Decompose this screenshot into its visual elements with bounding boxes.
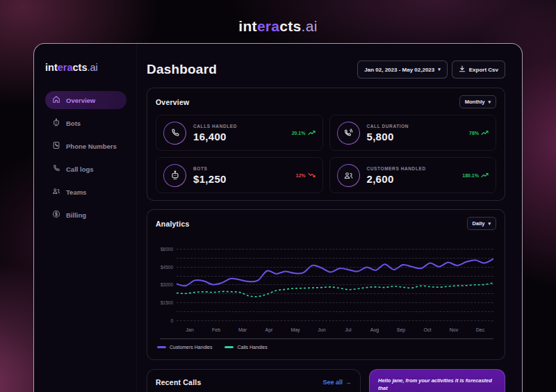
legend-label: Calls Handles <box>237 345 267 350</box>
export-csv-label: Export Csv <box>469 67 498 73</box>
analytics-period-label: Daily <box>473 220 485 227</box>
bottom-row: Recent Calls See all → Hello jane, from … <box>147 369 505 392</box>
phone-wave-icon <box>337 122 360 145</box>
analytics-card: Analytics Daily ▾ $6000$4500$3000$15000 … <box>147 209 505 360</box>
brand-part: .ai <box>302 18 318 34</box>
stat-label: CALL DURATION <box>367 124 409 129</box>
sidebar-item-overview[interactable]: Overview <box>45 91 126 109</box>
dollar-icon <box>52 210 60 220</box>
stat-delta: 78% <box>469 130 489 136</box>
sidebar-item-label: Overview <box>66 97 95 104</box>
bot-icon <box>163 164 186 187</box>
recent-calls-title: Recent Calls <box>156 378 201 386</box>
export-csv-button[interactable]: Export Csv <box>452 60 505 79</box>
legend-swatch <box>157 346 166 348</box>
chart-line-calls <box>177 283 493 297</box>
stat-change: 180.1% <box>462 173 479 178</box>
x-tick-label: Sep <box>388 327 414 332</box>
sidebar-item-teams[interactable]: Teams <box>45 183 126 201</box>
people-icon <box>337 164 360 187</box>
see-all-link[interactable]: See all → <box>322 379 352 386</box>
stat-label: CUSTOMERS HANDLED <box>367 166 426 171</box>
brand-part: cts <box>73 62 88 73</box>
main-header: Dashboard Jan 02, 2023 - May 02,2023 ▾ E… <box>147 60 505 79</box>
legend-item: Customers Handles <box>157 345 212 350</box>
x-tick-label: Jul <box>335 327 361 332</box>
stat-delta: 180.1% <box>462 172 489 179</box>
chart-svg <box>177 241 493 325</box>
stat-value: 16,400 <box>193 131 237 142</box>
stat-call-duration: CALL DURATION 5,800 78% <box>329 115 497 151</box>
x-tick-label: Feb <box>203 327 229 332</box>
x-tick-label: Dec <box>467 327 493 332</box>
y-tick-label: $1500 <box>161 300 173 305</box>
top-brand-logo: interacts.ai <box>0 18 556 35</box>
x-tick-label: May <box>282 327 309 332</box>
date-range-label: Jan 02, 2023 - May 02,2023 <box>364 67 434 73</box>
y-tick-label: $4500 <box>161 264 173 269</box>
trend-up-icon <box>308 130 316 136</box>
forecast-message: Hello jane, from your activities it is f… <box>378 377 496 392</box>
x-tick-label: Jan <box>177 327 203 332</box>
brand-part: .ai <box>87 62 97 73</box>
call-icon <box>52 164 60 174</box>
brand-part: int <box>238 18 257 34</box>
overview-card: Overview Monthly ▾ CALLS HANDLED 16,400 … <box>147 88 505 201</box>
chart-divider <box>160 338 493 339</box>
see-all-label: See all <box>322 379 343 386</box>
phone-icon <box>163 122 186 145</box>
sidebar-item-bots[interactable]: Bots <box>45 114 126 132</box>
app-window: interacts.ai Overview Bots Phone Numbers… <box>33 43 523 392</box>
analytics-title: Analytics <box>156 220 190 228</box>
sidebar-item-label: Bots <box>66 120 81 127</box>
overview-period-label: Monthly <box>465 99 485 105</box>
legend-label: Customers Handles <box>170 345 212 350</box>
x-tick-label: Apr <box>256 327 282 332</box>
forecast-card: Hello jane, from your activities it is f… <box>369 369 505 392</box>
trend-up-icon <box>481 130 489 136</box>
stat-value: 5,800 <box>367 131 409 142</box>
chart-line-customers <box>177 259 493 286</box>
phone-book-icon <box>52 141 60 151</box>
x-tick-label: Oct <box>414 327 441 332</box>
trend-up-icon <box>481 172 489 179</box>
sidebar-item-label: Phone Numbers <box>66 142 117 150</box>
analytics-plot: $6000$4500$3000$15000 <box>177 241 493 325</box>
brand-part: int <box>45 62 58 73</box>
recent-calls-card: Recent Calls See all → <box>147 369 361 392</box>
stat-label: BOTS <box>193 166 227 171</box>
stat-label: CALLS HANDLED <box>193 124 237 129</box>
sidebar: interacts.ai Overview Bots Phone Numbers… <box>34 44 137 392</box>
stats-grid: CALLS HANDLED 16,400 20.1% CALL DURATION… <box>156 115 496 193</box>
date-range-dropdown[interactable]: Jan 02, 2023 - May 02,2023 ▾ <box>357 60 447 79</box>
overview-period-dropdown[interactable]: Monthly ▾ <box>459 95 496 108</box>
stat-value: 2,600 <box>367 173 426 185</box>
home-icon <box>52 95 60 105</box>
stat-bots: BOTS $1,250 12% <box>156 157 323 193</box>
stat-value: $1,250 <box>193 173 227 185</box>
trend-down-icon <box>308 172 316 179</box>
stat-change: 78% <box>469 131 479 136</box>
sidebar-item-label: Call logs <box>66 165 94 173</box>
chart-legend: Customers HandlesCalls Handles <box>156 345 496 352</box>
sidebar-item-phone-numbers[interactable]: Phone Numbers <box>45 137 126 155</box>
y-tick-label: 0 <box>170 318 173 323</box>
x-tick-label: Jun <box>309 327 335 332</box>
legend-swatch <box>224 346 234 348</box>
sidebar-item-call-logs[interactable]: Call logs <box>45 160 126 178</box>
y-tick-label: $6000 <box>161 246 173 251</box>
download-icon <box>459 65 466 74</box>
analytics-period-dropdown[interactable]: Daily ▾ <box>467 217 496 230</box>
legend-item: Calls Handles <box>224 345 267 350</box>
x-tick-label: Mar <box>229 327 256 332</box>
stat-change: 12% <box>295 173 305 178</box>
sidebar-item-billing[interactable]: Billing <box>45 206 126 224</box>
brand-part: era <box>257 18 279 34</box>
bot-icon <box>52 118 60 128</box>
stat-delta: 20.1% <box>292 130 316 136</box>
x-axis: JanFebMarAprMayJunJulAugSepOctNovDec <box>177 327 493 332</box>
stat-calls-handled: CALLS HANDLED 16,400 20.1% <box>156 115 323 151</box>
chevron-down-icon: ▾ <box>438 67 441 72</box>
stat-change: 20.1% <box>292 131 306 136</box>
brand-part: era <box>58 62 73 73</box>
